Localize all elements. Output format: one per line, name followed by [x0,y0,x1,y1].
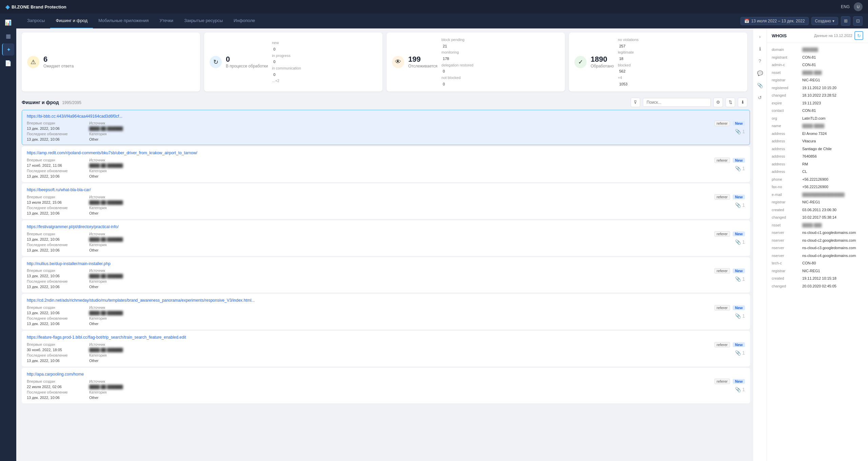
tab-mobile[interactable]: Мобильные приложения [93,14,154,28]
filter-icon: ⊽ [634,100,637,105]
list-header: Фишинг и фрод 1995/2095 ⊽ ⚙ [22,94,753,110]
item-meta-right: Источник ████ ██ ██████ Категория Other [89,379,143,400]
whois-row: org LatinTLD.com [767,115,868,122]
brand: ◈ BI.ZONE Brand Protection [5,4,66,10]
whois-date: Данные на 13.12.2022 [814,34,852,38]
item-url: https://bi-bbb.cc:443/i/f4a964caa449164c… [27,114,711,119]
export-button[interactable]: ⊡ [853,16,863,26]
tab-closed[interactable]: Закрытые ресурсы [179,14,228,28]
whois-row: address Vitacura [767,137,868,145]
whois-row: address CL [767,168,868,176]
item-meta-right: Источник ████ ██ ██████ Категория Other [89,232,143,252]
tab-phishing[interactable]: Фишинг и фрод [50,14,93,28]
whois-refresh-button[interactable]: ↻ [854,31,863,40]
filter-button[interactable]: ⊽ [631,98,640,107]
whois-key: address [772,161,802,167]
list-item[interactable]: https://cd.2ndin.net/ads/richmeday/studi… [22,294,750,329]
whois-value: ns-cloud-c1.googledomains.com [802,230,856,236]
item-badge-new: New [733,232,745,236]
tab-infopole[interactable]: Инфополе [228,14,260,28]
whois-key: address [772,131,802,137]
item-meta-right: Источник ████ ██ ██████ Категория Other [89,195,143,215]
item-badge-new: New [733,195,745,199]
avatar[interactable]: U [854,2,863,11]
detail-main: WHOIS Данные на 13.12.2022 ↻ Обновить да… [767,28,868,461]
export-list-button[interactable]: ⬇ [738,98,747,107]
whois-key: registrar [772,199,802,205]
item-meta-right: Источник ████ ██ ██████ Категория Other [89,121,143,141]
lang-selector[interactable]: ENG [841,4,850,9]
info-icon-button[interactable]: ℹ [755,44,765,54]
expand-button[interactable]: › [755,32,765,41]
tab-requests[interactable]: Запросы [22,14,50,28]
whois-row: created 03.06.2011 23:06:30 [767,206,868,214]
doc-icon: 📄 [5,60,12,66]
shield-icon: ✦ [6,46,11,53]
list-item[interactable]: https://festivalgrammer.pl/pt/directory/… [22,220,750,256]
whois-value: 19.11.2012 10:15:18 [802,276,836,281]
whois-row: nserver ns-cloud-c3.googledomains.com [767,244,868,252]
item-url: https://feature-flags.prod-1.blbl.cc/fla… [27,335,711,340]
list-item[interactable]: http://apa.carpooling.com/home Впервые с… [22,368,750,403]
search-input[interactable] [643,98,711,107]
sort-filter[interactable]: Создано ▾ [811,17,838,25]
sort-button[interactable]: ⇅ [726,98,735,107]
stat-pending-num: 6 [43,56,74,63]
stat-pending-info: 6 Ожидает ответа [43,56,74,68]
detail-panel: › ℹ ? 💬 📎 ↺ WHOIS Данные на 13.12. [753,28,868,461]
stat-processed-info: 1890 Обработано [591,56,614,68]
whois-key: expire [772,100,802,106]
sidebar-item-dashboard[interactable]: 📊 [2,16,14,28]
sidebar-item-phishing[interactable]: ✦ [2,43,14,56]
sidebar-item-docs[interactable]: 📄 [2,57,14,69]
list-item[interactable]: https://beepsoft.ru/what-bla-bla-car/ Вп… [22,183,750,219]
whois-value: 03.06.2011 23:06:30 [802,207,836,213]
date-filter[interactable]: 📅 13 июля 2022 – 13 дек. 2022 [741,17,809,25]
list-item[interactable]: https://amp.redlt.com/r/poland-comments/… [22,146,750,182]
whois-row: address Santiago de Chile [767,145,868,153]
list-item[interactable]: http://nullius.be/dup-installer/main-ins… [22,257,750,293]
whois-value: ns-cloud-c4.googledomains.com [802,253,856,259]
whois-key: created [772,207,802,213]
sidebar-item-list[interactable]: ▦ [2,30,14,42]
whois-key: admin-c [772,62,802,68]
stat-monitoring-info: 199 Отслеживается [408,56,437,68]
tab-leaks[interactable]: Утечки [154,14,179,28]
grid-view-button[interactable]: ⊞ [841,16,850,26]
topbar: ◈ BI.ZONE Brand Protection ENG U [0,0,868,14]
item-meta-left: Впервые создан 13 дек. 2022, 10:06 После… [27,305,81,326]
stat-pending: ⚠ 6 Ожидает ответа [22,33,200,92]
main-content: Запросы Фишинг и фрод Мобильные приложен… [16,14,868,461]
clip-icon: 📎 1 [735,276,745,282]
whois-value: 18.10.2022 23:28:52 [802,93,836,98]
whois-key: registrant [772,55,802,60]
whois-row: phone +56.222126900 [767,176,868,183]
whois-key: name [772,123,802,129]
settings-button[interactable]: ⚙ [713,98,723,107]
list-item[interactable]: https://feature-flags.prod-1.blbl.cc/fla… [22,331,750,366]
history-icon-button[interactable]: ↺ [755,93,765,102]
whois-value: ns-cloud-c2.googledomains.com [802,238,856,243]
item-meta-right: Источник ████ ██ ██████ Категория Other [89,268,143,289]
item-meta-right: Источник ████ ██ ██████ Категория Other [89,305,143,326]
whois-value: 20.03.2020 02:45:05 [802,283,836,289]
list-item[interactable]: https://bi-bbb.cc:443/i/f4a964caa449164c… [22,110,750,145]
question-icon-button[interactable]: ? [755,56,765,66]
item-tag: referer [714,342,730,347]
nav-tabs-left: Запросы Фишинг и фрод Мобильные приложен… [22,14,260,28]
whois-key: created [772,276,802,281]
whois-row: address 7640856 [767,153,868,160]
whois-value: El Aromo 7324 [802,131,827,137]
list-title-area: Фишинг и фрод 1995/2095 [22,100,81,105]
list-count: 1995/2095 [62,100,81,105]
comment-icon-button[interactable]: 💬 [755,68,765,78]
item-badge-new: New [733,268,745,273]
clip-icon-button[interactable]: 📎 [755,81,765,90]
whois-value: ████ ███ [802,222,822,228]
chart-icon: 📊 [5,19,12,26]
whois-key: address [772,146,802,152]
whois-header: WHOIS Данные на 13.12.2022 ↻ Обновить да… [767,28,868,43]
whois-value: LatinTLD.com [802,116,825,121]
whois-key: nsset [772,222,802,228]
gear-icon: ⚙ [716,100,720,105]
